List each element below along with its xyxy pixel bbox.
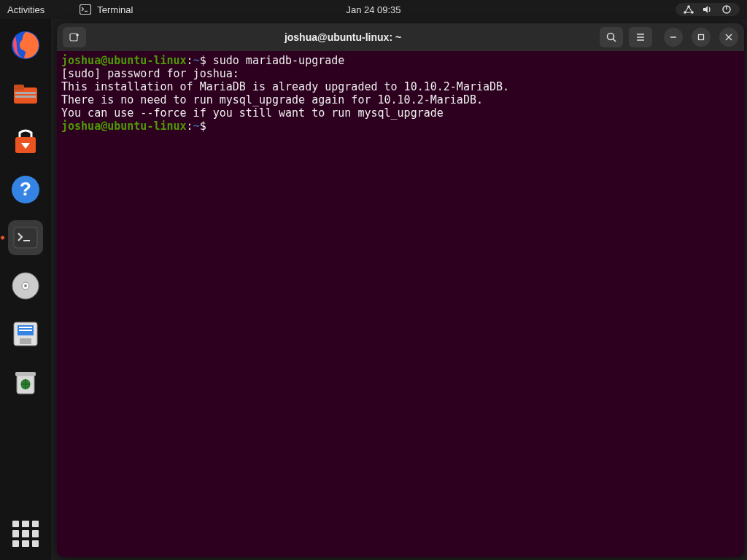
svg-rect-9 [14, 85, 24, 90]
svg-rect-37 [699, 35, 704, 40]
output-line: [sudo] password for joshua: [61, 67, 239, 80]
maximize-button[interactable] [692, 28, 711, 47]
dock-disks[interactable] [8, 268, 43, 303]
app-menu[interactable]: Terminal [80, 4, 133, 15]
svg-rect-24 [19, 330, 32, 331]
top-panel: Activities Terminal Jan 24 09:35 [0, 0, 747, 19]
new-tab-button[interactable] [63, 27, 86, 47]
network-icon [683, 4, 694, 15]
terminal-content[interactable]: joshua@ubuntu-linux:~$ sudo mariadb-upgr… [57, 51, 744, 557]
dock-save[interactable] [8, 316, 43, 351]
output-line: There is no need to run mysql_upgrade ag… [61, 93, 483, 106]
clock[interactable]: Jan 24 09:35 [346, 4, 400, 15]
svg-rect-0 [80, 5, 91, 15]
hamburger-icon [635, 31, 646, 43]
app-menu-label: Terminal [97, 4, 133, 15]
prompt-user: joshua@ubuntu-linux [61, 120, 187, 133]
system-tray[interactable] [676, 3, 740, 16]
dock-trash[interactable] [8, 365, 43, 400]
window-title: joshua@ubuntu-linux: ~ [92, 31, 594, 43]
dock-terminal[interactable] [8, 220, 43, 255]
output-line: This installation of MariaDB is already … [61, 80, 509, 93]
minimize-button[interactable] [664, 28, 683, 47]
svg-point-31 [608, 34, 614, 40]
search-button[interactable] [600, 27, 623, 47]
svg-rect-27 [15, 372, 36, 376]
show-applications[interactable] [12, 521, 39, 547]
svg-rect-15 [14, 228, 37, 248]
terminal-icon [80, 4, 91, 15]
svg-rect-23 [19, 327, 32, 328]
svg-rect-11 [15, 96, 36, 98]
window-titlebar: joshua@ubuntu-linux: ~ [57, 23, 744, 51]
search-icon [605, 31, 617, 43]
close-button[interactable] [719, 28, 738, 47]
dock-software[interactable] [8, 124, 43, 159]
svg-point-20 [24, 284, 27, 287]
svg-text:?: ? [20, 178, 31, 200]
dock-firefox[interactable] [8, 28, 43, 63]
svg-rect-25 [20, 338, 31, 344]
volume-icon [702, 4, 713, 15]
prompt-user: joshua@ubuntu-linux [61, 54, 187, 67]
svg-line-32 [614, 39, 616, 42]
terminal-window: joshua@ubuntu-linux: ~ joshua@ubuntu-lin… [57, 23, 744, 557]
activities-button[interactable]: Activities [7, 4, 44, 15]
dock-help[interactable]: ? [8, 172, 43, 207]
power-icon [721, 4, 732, 15]
menu-button[interactable] [629, 27, 652, 47]
prompt-path: ~ [193, 54, 200, 67]
dock-files[interactable] [8, 76, 43, 111]
command-1: sudo mariadb-upgrade [213, 54, 345, 67]
close-icon [725, 34, 732, 41]
svg-rect-10 [15, 92, 36, 94]
dock: ? [0, 19, 51, 560]
output-line: You can use --force if you still want to… [61, 106, 444, 120]
prompt-path: ~ [193, 120, 200, 133]
